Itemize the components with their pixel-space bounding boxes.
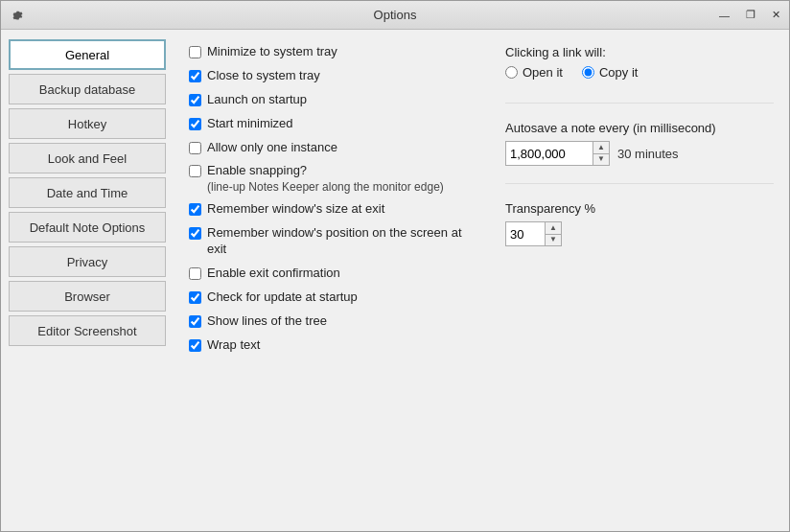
checkbox-enable-snapping[interactable] [189, 165, 201, 177]
checkbox-label-wrap-text: Wrap text [207, 337, 260, 354]
radio-label-open-it: Open it [523, 65, 563, 80]
transparency-section: Transparency % ▲ ▼ [505, 201, 774, 246]
checkbox-label-launch-on-startup: Launch on startup [207, 92, 307, 108]
checkbox-row-close-to-tray: Close to system tray [189, 65, 476, 87]
transparency-down-arrow[interactable]: ▼ [546, 235, 561, 246]
autosave-unit: 30 minutes [617, 147, 679, 161]
checkbox-remember-position[interactable] [189, 227, 201, 240]
sidebar-btn-date-and-time[interactable]: Date and Time [9, 177, 166, 208]
autosave-down-arrow[interactable]: ▼ [593, 154, 609, 166]
autosave-row: ▲ ▼ 30 minutes [505, 141, 774, 166]
sidebar-btn-look-and-feel[interactable]: Look and Feel [9, 143, 166, 173]
radio-open-it[interactable] [505, 66, 518, 79]
checkbox-row-launch-on-startup: Launch on startup [189, 89, 476, 111]
checkbox-label-minimize-to-tray: Minimize to system tray [207, 44, 337, 60]
gear-icon [9, 8, 24, 23]
transparency-row: ▲ ▼ [505, 221, 774, 246]
transparency-up-arrow[interactable]: ▲ [546, 222, 561, 235]
checkbox-allow-one-instance[interactable] [189, 142, 201, 154]
radio-group: Open itCopy it [505, 65, 774, 80]
sidebar-btn-backup-database[interactable]: Backup database [9, 74, 166, 104]
checkbox-row-remember-position: Remember window's position on the screen… [189, 222, 476, 261]
left-options: Minimize to system trayClose to system t… [189, 41, 476, 357]
checkbox-start-minimized[interactable] [189, 118, 201, 130]
checkbox-row-enable-exit-confirm: Enable exit confirmation [189, 263, 476, 285]
link-section: Clicking a link will: Open itCopy it [505, 45, 774, 80]
radio-option-copy-it[interactable]: Copy it [582, 65, 638, 80]
checkbox-minimize-to-tray[interactable] [189, 46, 201, 58]
transparency-input[interactable] [506, 223, 545, 244]
checkbox-label-enable-exit-confirm: Enable exit confirmation [207, 266, 340, 282]
checkbox-close-to-tray[interactable] [189, 70, 201, 82]
sidebar-btn-editor-screenshot[interactable]: Editor Screenshot [9, 315, 166, 346]
autosave-section: Autosave a note every (in millisecond) ▲… [505, 121, 774, 166]
transparency-title: Transparency % [505, 201, 774, 216]
close-button[interactable]: ✕ [763, 1, 789, 29]
title-bar: Options — ❐ ✕ [1, 1, 789, 30]
checkbox-label-enable-snapping: Enable snapping?(line-up Notes Keeper al… [207, 163, 444, 194]
transparency-spinner: ▲ ▼ [505, 221, 562, 246]
checkbox-row-wrap-text: Wrap text [189, 335, 476, 357]
checkbox-row-start-minimized: Start minimized [189, 113, 476, 135]
sidebar-btn-default-note-options[interactable]: Default Note Options [9, 212, 166, 243]
checkbox-row-remember-size: Remember window's size at exit [189, 198, 476, 220]
checkbox-label-check-for-update: Check for update at startup [207, 289, 358, 306]
window-title: Options [374, 8, 417, 22]
checkbox-row-minimize-to-tray: Minimize to system tray [189, 41, 476, 63]
checkbox-row-enable-snapping: Enable snapping?(line-up Notes Keeper al… [189, 160, 476, 197]
checkbox-remember-size[interactable] [189, 203, 201, 216]
radio-label-copy-it: Copy it [599, 65, 638, 80]
checkbox-label-allow-one-instance: Allow only one instance [207, 140, 337, 156]
content-area: GeneralBackup databaseHotkeyLook and Fee… [1, 30, 789, 531]
checkbox-check-for-update[interactable] [189, 291, 201, 304]
checkbox-row-show-lines: Show lines of the tree [189, 311, 476, 333]
checkbox-label-show-lines: Show lines of the tree [207, 313, 327, 330]
sidebar-btn-browser[interactable]: Browser [9, 281, 166, 312]
right-options: Clicking a link will: Open itCopy it Aut… [505, 41, 774, 357]
checkbox-show-lines[interactable] [189, 315, 201, 328]
maximize-button[interactable]: ❐ [737, 1, 763, 29]
options-row: Minimize to system trayClose to system t… [189, 41, 774, 357]
autosave-up-arrow[interactable]: ▲ [593, 142, 609, 154]
checkbox-enable-exit-confirm[interactable] [189, 267, 201, 280]
autosave-arrows: ▲ ▼ [592, 142, 609, 165]
minimize-button[interactable]: — [711, 1, 737, 29]
checkbox-label-close-to-tray: Close to system tray [207, 68, 320, 84]
checkbox-label-remember-position: Remember window's position on the screen… [207, 225, 476, 258]
window-controls: — ❐ ✕ [711, 1, 789, 29]
checkbox-row-check-for-update: Check for update at startup [189, 287, 476, 309]
radio-copy-it[interactable] [582, 66, 594, 79]
checkbox-launch-on-startup[interactable] [189, 94, 201, 106]
checkbox-row-allow-one-instance: Allow only one instance [189, 137, 476, 159]
autosave-input[interactable] [506, 143, 592, 164]
checkbox-label-remember-size: Remember window's size at exit [207, 201, 384, 218]
autosave-title: Autosave a note every (in millisecond) [505, 121, 774, 135]
checkbox-label-start-minimized: Start minimized [207, 116, 293, 132]
sidebar-btn-privacy[interactable]: Privacy [9, 246, 166, 277]
sidebar: GeneralBackup databaseHotkeyLook and Fee… [1, 30, 174, 531]
autosave-spinner: ▲ ▼ [505, 141, 610, 166]
main-content: Minimize to system trayClose to system t… [174, 30, 789, 531]
radio-option-open-it[interactable]: Open it [505, 65, 563, 80]
transparency-arrows: ▲ ▼ [545, 222, 561, 245]
divider-2 [505, 183, 774, 184]
divider-1 [505, 103, 774, 104]
sidebar-btn-general[interactable]: General [9, 39, 166, 70]
options-window: Options — ❐ ✕ GeneralBackup databaseHotk… [0, 0, 790, 532]
sidebar-btn-hotkey[interactable]: Hotkey [9, 108, 166, 139]
checkbox-wrap-text[interactable] [189, 339, 201, 352]
link-title: Clicking a link will: [505, 45, 774, 59]
